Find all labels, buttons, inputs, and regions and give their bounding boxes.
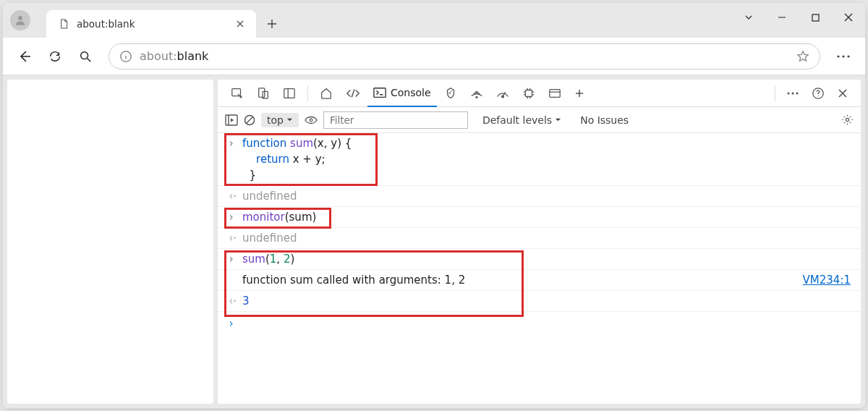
devtools-more-icon[interactable] xyxy=(781,80,804,107)
titlebar: about:blank xyxy=(3,3,865,38)
svg-rect-1 xyxy=(812,14,819,21)
back-button[interactable] xyxy=(12,43,38,69)
tab-title: about:blank xyxy=(77,18,227,30)
performance-tab-icon[interactable] xyxy=(490,80,515,107)
elements-tab[interactable] xyxy=(340,80,366,107)
output-marker-icon xyxy=(228,293,237,309)
search-icon[interactable] xyxy=(72,43,98,69)
console-input-row: monitor(sum) xyxy=(218,207,861,228)
console-settings-icon[interactable] xyxy=(841,114,854,126)
levels-selector[interactable]: Default levels xyxy=(482,114,561,126)
console-tab-label: Console xyxy=(391,87,431,98)
device-icon[interactable] xyxy=(251,80,276,107)
console-output-row: undefined xyxy=(218,228,861,249)
code-text: function sum(x, y) { return x + y; } xyxy=(242,135,352,183)
welcome-tab[interactable] xyxy=(314,80,339,107)
console-toolbar: top Default levels No Issues xyxy=(218,107,861,133)
source-link[interactable]: VM234:1 xyxy=(803,272,851,288)
favorite-icon[interactable] xyxy=(796,50,809,63)
info-icon[interactable] xyxy=(119,50,132,63)
console-tab[interactable]: Console xyxy=(367,80,437,107)
navbar: about:blank xyxy=(3,38,865,75)
address-bar[interactable]: about:blank xyxy=(109,43,820,69)
svg-point-13 xyxy=(501,96,503,98)
network-tab-icon[interactable] xyxy=(464,80,489,107)
svg-point-2 xyxy=(81,51,88,59)
devtools-panel: Console top Default levels xyxy=(218,80,861,404)
filter-input[interactable] xyxy=(323,111,468,129)
reload-button[interactable] xyxy=(42,43,68,69)
output-text: 3 xyxy=(242,293,250,309)
console-input-row: sum(1, 2) xyxy=(218,249,861,270)
output-marker-icon xyxy=(228,188,237,204)
maximize-button[interactable] xyxy=(799,3,832,32)
console-input-row: function sum(x, y) { return x + y; } xyxy=(218,133,861,186)
content-area: Console top Default levels xyxy=(3,75,865,408)
close-button[interactable] xyxy=(832,3,865,32)
profile-avatar[interactable] xyxy=(10,10,30,30)
output-text: undefined xyxy=(242,188,297,204)
more-tabs-button[interactable] xyxy=(569,80,590,107)
prompt-marker-icon xyxy=(228,317,234,330)
console-output-row: 3 xyxy=(218,291,861,312)
svg-point-6 xyxy=(847,55,849,57)
svg-rect-15 xyxy=(549,89,559,97)
svg-rect-11 xyxy=(374,88,386,97)
application-tab-icon[interactable] xyxy=(542,80,567,107)
svg-point-0 xyxy=(18,16,22,20)
url-text: about:blank xyxy=(140,49,208,63)
svg-rect-10 xyxy=(284,88,294,98)
output-text: undefined xyxy=(242,230,297,246)
output-marker-icon xyxy=(228,230,237,246)
minimize-button[interactable] xyxy=(765,3,799,32)
log-text: function sum called with arguments: 1, 2 xyxy=(242,272,465,288)
sources-tab-icon[interactable] xyxy=(438,80,463,107)
svg-point-17 xyxy=(792,92,794,94)
svg-point-23 xyxy=(846,118,848,121)
browser-window: about:blank about:blank xyxy=(3,3,865,408)
page-viewport xyxy=(7,80,213,404)
more-icon[interactable] xyxy=(830,43,856,69)
svg-point-5 xyxy=(842,55,844,57)
code-text: monitor(sum) xyxy=(242,209,316,225)
tab-close-icon[interactable] xyxy=(234,18,246,30)
svg-point-18 xyxy=(796,92,799,94)
live-expression-icon[interactable] xyxy=(305,116,318,124)
new-tab-button[interactable] xyxy=(260,12,284,35)
dock-icon[interactable] xyxy=(277,80,302,107)
issues-label[interactable]: No Issues xyxy=(580,114,629,126)
code-text: sum(1, 2) xyxy=(242,251,294,267)
svg-point-22 xyxy=(310,119,312,122)
page-icon xyxy=(58,18,69,30)
browser-tab[interactable]: about:blank xyxy=(46,10,256,38)
console-output: function sum(x, y) { return x + y; } und… xyxy=(218,133,861,404)
console-output-row: undefined xyxy=(218,186,861,207)
input-marker-icon xyxy=(228,135,237,151)
memory-tab-icon[interactable] xyxy=(516,80,541,107)
clear-console-icon[interactable] xyxy=(244,114,255,126)
svg-point-12 xyxy=(476,96,477,98)
console-log-row: function sum called with arguments: 1, 2… xyxy=(218,270,861,291)
context-selector[interactable]: top xyxy=(261,113,299,127)
input-marker-icon xyxy=(228,209,237,225)
svg-rect-8 xyxy=(259,88,265,97)
help-icon[interactable] xyxy=(806,80,830,107)
devtools-tabbar: Console xyxy=(218,80,861,107)
window-controls xyxy=(732,3,865,32)
input-marker-icon xyxy=(228,251,237,267)
svg-rect-14 xyxy=(525,90,532,96)
inspect-icon[interactable] xyxy=(225,80,250,107)
devtools-close-icon[interactable] xyxy=(832,80,854,107)
svg-point-16 xyxy=(788,92,790,94)
sidebar-toggle-icon[interactable] xyxy=(225,114,238,126)
console-prompt[interactable] xyxy=(218,312,861,335)
svg-point-4 xyxy=(837,55,839,57)
chevron-down-icon[interactable] xyxy=(732,3,765,32)
